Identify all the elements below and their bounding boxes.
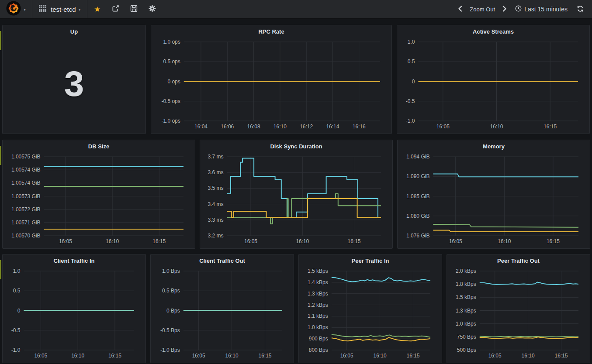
panel-memory: Memory 1.094 GiB1.090 GiB1.085 GiB1.080 … (397, 140, 590, 249)
svg-text:1.00572 GiB: 1.00572 GiB (11, 206, 41, 213)
svg-text:16:15: 16:15 (547, 238, 560, 244)
chart-client-traffic-in[interactable]: 1.00.50-0.5-1.016:0516:1016:15 (5, 267, 143, 361)
svg-text:1.080 GiB: 1.080 GiB (406, 213, 429, 219)
svg-text:1.00573 GiB: 1.00573 GiB (11, 193, 41, 199)
panel-title[interactable]: Client Traffic Out (151, 254, 294, 264)
panel-title[interactable]: Up (3, 25, 145, 35)
svg-text:0: 0 (412, 79, 415, 85)
svg-text:1.094 GiB: 1.094 GiB (406, 154, 429, 160)
refresh-button[interactable] (573, 2, 588, 17)
svg-text:750 Bps: 750 Bps (457, 334, 476, 340)
svg-text:16:05: 16:05 (244, 238, 257, 244)
panel-title[interactable]: Peer Traffic In (299, 254, 442, 264)
refresh-icon (577, 5, 584, 14)
svg-text:-1.0 ops: -1.0 ops (161, 118, 180, 124)
svg-text:1.0 Bps: 1.0 Bps (162, 268, 180, 274)
svg-text:16:14: 16:14 (326, 124, 339, 130)
row-menu-handle[interactable] (0, 146, 1, 165)
chart-db-size[interactable]: 1.00575 GiB1.00574 GiB1.00574 GiB1.00573… (5, 152, 192, 246)
time-range-picker[interactable]: Last 15 minutes (512, 3, 571, 15)
panel-client-traffic-in: Client Traffic In 1.00.50-0.5-1.016:0516… (2, 254, 146, 363)
svg-text:-0.5 Bps: -0.5 Bps (160, 327, 180, 333)
panel-peer-traffic-out: Peer Traffic Out 2.0 kBps1.8 kBps1.5 kBp… (447, 254, 590, 363)
panel-title[interactable]: RPC Rate (151, 25, 391, 35)
svg-text:0 Bps: 0 Bps (166, 308, 180, 314)
svg-text:2.0 kBps: 2.0 kBps (456, 268, 476, 274)
time-range-label: Last 15 minutes (524, 6, 568, 13)
svg-text:-1.0 Bps: -1.0 Bps (160, 347, 180, 353)
svg-text:3.6 ms: 3.6 ms (208, 169, 224, 175)
svg-text:16:16: 16:16 (353, 124, 366, 130)
svg-text:0: 0 (17, 308, 21, 314)
svg-text:0 ops: 0 ops (167, 79, 180, 85)
dashboard-picker[interactable]: test-etcd ▾ (32, 0, 87, 18)
svg-text:16:15: 16:15 (152, 238, 166, 244)
panel-up: Up 3 (2, 25, 146, 134)
svg-text:1.076 GiB: 1.076 GiB (406, 233, 429, 239)
svg-text:16:10: 16:10 (71, 353, 84, 359)
time-forward-button[interactable] (499, 2, 510, 17)
clock-icon (515, 5, 522, 13)
panel-title[interactable]: Memory (398, 140, 590, 150)
panel-client-traffic-out: Client Traffic Out 1.0 Bps0.5 Bps0 Bps-0… (150, 254, 294, 363)
svg-text:16:05: 16:05 (449, 238, 462, 244)
chart-disk-sync-duration[interactable]: 3.7 ms3.6 ms3.5 ms3.4 ms3.3 ms3.2 ms16:0… (203, 152, 390, 246)
chart-memory[interactable]: 1.094 GiB1.090 GiB1.085 GiB1.080 GiB1.07… (400, 152, 587, 246)
chart-rpc-rate[interactable]: 1.0 ops0.5 ops0 ops-0.5 ops-1.0 ops16:04… (154, 38, 389, 131)
panel-title[interactable]: DB Size (3, 140, 195, 150)
chart-peer-traffic-out[interactable]: 2.0 kBps1.8 kBps1.5 kBps1.3 kBps1.0 kBps… (450, 267, 587, 361)
svg-text:1.1 kBps: 1.1 kBps (308, 313, 328, 319)
panel-db-size: DB Size 1.00575 GiB1.00574 GiB1.00574 Gi… (2, 140, 195, 249)
dashboard-title: test-etcd (51, 6, 76, 13)
svg-text:16:15: 16:15 (544, 124, 557, 130)
chart-active-streams[interactable]: 1.00.50-0.5-1.016:0516:1016:15 (400, 38, 587, 131)
svg-text:1.00571 GiB: 1.00571 GiB (11, 220, 41, 226)
svg-text:1.5 kBps: 1.5 kBps (308, 268, 328, 274)
star-dashboard-button[interactable]: ★ (90, 2, 105, 17)
share-dashboard-button[interactable] (108, 2, 123, 17)
svg-text:16:04: 16:04 (194, 124, 208, 130)
svg-text:16:10: 16:10 (490, 124, 503, 130)
grafana-menu-button[interactable]: ▾ (0, 0, 32, 18)
settings-icon (149, 5, 156, 14)
svg-text:1.00574 GiB: 1.00574 GiB (11, 167, 41, 173)
svg-text:1.5 kBps: 1.5 kBps (456, 294, 476, 300)
svg-text:1.0: 1.0 (408, 39, 415, 45)
row-menu-handle[interactable] (0, 260, 1, 279)
panel-title[interactable]: Client Traffic In (3, 254, 145, 264)
svg-text:-1.0: -1.0 (406, 118, 415, 124)
svg-text:16:15: 16:15 (347, 238, 360, 244)
panel-title[interactable]: Active Streams (397, 25, 589, 35)
save-dashboard-button[interactable] (127, 2, 142, 17)
row-menu-handle[interactable] (0, 31, 1, 50)
panel-title[interactable]: Peer Traffic Out (447, 254, 590, 264)
chevron-left-icon (458, 6, 462, 13)
svg-text:1.00574 GiB: 1.00574 GiB (11, 180, 41, 186)
svg-text:16:10: 16:10 (374, 353, 387, 359)
svg-text:16:10: 16:10 (498, 238, 511, 244)
panel-active-streams: Active Streams 1.00.50-0.5-1.016:0516:10… (397, 25, 590, 134)
svg-text:16:10: 16:10 (225, 353, 239, 359)
save-icon (130, 5, 138, 14)
singlestat-value: 3 (3, 34, 145, 134)
svg-text:1.0: 1.0 (13, 268, 21, 274)
panel-title[interactable]: Disk Sync Duration (200, 140, 392, 150)
panel-rpc-rate: RPC Rate 1.0 ops0.5 ops0 ops-0.5 ops-1.0… (151, 25, 392, 134)
svg-text:16:10: 16:10 (273, 124, 287, 130)
svg-text:16:12: 16:12 (300, 124, 313, 130)
svg-text:-0.5: -0.5 (406, 98, 415, 104)
chevron-right-icon (502, 6, 507, 13)
time-back-button[interactable] (455, 2, 465, 17)
svg-text:1.4 kBps: 1.4 kBps (308, 279, 328, 285)
chart-peer-traffic-in[interactable]: 1.5 kBps1.4 kBps1.3 kBps1.2 kBps1.1 kBps… (301, 267, 439, 361)
svg-text:1.0 ops: 1.0 ops (163, 39, 180, 45)
top-navbar: ▾ test-etcd ▾ ★ (0, 0, 592, 19)
svg-text:3.4 ms: 3.4 ms (208, 201, 224, 207)
chart-client-traffic-out[interactable]: 1.0 Bps0.5 Bps0 Bps-0.5 Bps-1.0 Bps16:05… (153, 267, 291, 361)
settings-button[interactable] (145, 2, 160, 17)
svg-text:1.00570 GiB: 1.00570 GiB (11, 233, 41, 239)
zoom-out-button[interactable]: Zoom Out (467, 4, 498, 14)
svg-text:1.0 kBps: 1.0 kBps (308, 324, 328, 330)
panel-peer-traffic-in: Peer Traffic In 1.5 kBps1.4 kBps1.3 kBps… (298, 254, 442, 363)
svg-text:800 Bps: 800 Bps (309, 347, 328, 353)
